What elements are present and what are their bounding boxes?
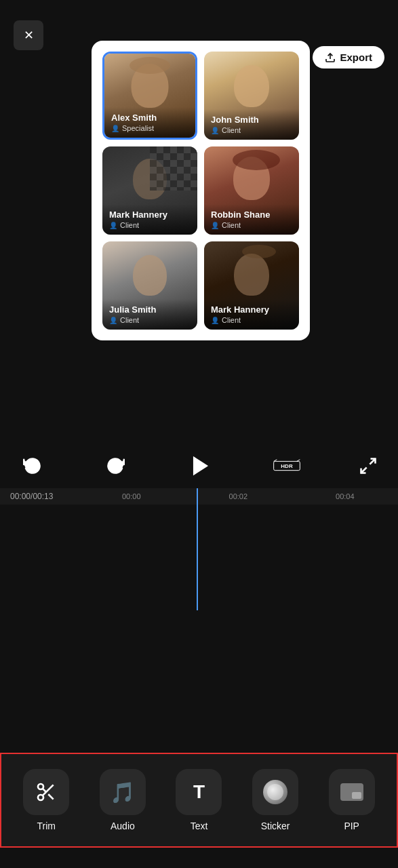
person-name-mark2: Mark Hannery	[211, 304, 292, 315]
person-name-mark: Mark Hannery	[109, 210, 191, 220]
export-label: Export	[340, 52, 372, 63]
export-button[interactable]: Export	[313, 46, 384, 68]
svg-point-14	[38, 795, 43, 800]
tool-audio-label: Audio	[111, 821, 135, 831]
person-role-icon: 👤	[111, 125, 119, 132]
sticker-icon	[267, 784, 283, 800]
undo-button[interactable]	[20, 454, 45, 478]
tool-audio[interactable]: 🎵 Audio	[89, 769, 157, 831]
timeline-bar: 00:00/00:13 00:00 00:02 00:04	[0, 488, 398, 505]
person-role-text-mark2: Client	[222, 316, 241, 324]
marker-0: 00:00	[122, 492, 141, 500]
person-info-julia: Julia Smith 👤 Client	[102, 299, 197, 330]
timeline-track: ⇅ Cover + Opening Add Music	[0, 505, 398, 572]
playhead	[197, 488, 198, 610]
tool-text[interactable]: T Text	[165, 769, 233, 831]
hdr-button[interactable]: HDR	[273, 456, 300, 475]
person-role-text-alex: Specialist	[122, 124, 154, 132]
text-icon: T	[193, 781, 205, 803]
person-info-alex: Alex Smith 👤 Specialist	[104, 107, 195, 138]
pip-icon	[340, 783, 363, 801]
sticker-icon-bg	[252, 769, 298, 815]
person-role-icon-julia: 👤	[109, 317, 117, 324]
audio-icon-bg: 🎵	[100, 769, 146, 815]
person-role-text-robbin: Client	[222, 221, 241, 229]
text-icon-bg: T	[176, 769, 222, 815]
person-role-icon-mark: 👤	[109, 222, 117, 229]
person-role-mark2: 👤 Client	[211, 316, 292, 324]
svg-point-13	[38, 784, 43, 789]
playback-controls: HDR	[0, 451, 398, 481]
person-role-robbin: 👤 Client	[211, 221, 292, 229]
person-panel: Alex Smith 👤 Specialist John Smith 👤 Cli…	[92, 41, 310, 340]
marker-1: 00:02	[229, 492, 248, 500]
person-card-robbin-shane[interactable]: Robbin Shane 👤 Client	[204, 146, 299, 235]
tool-pip[interactable]: PIP	[318, 769, 386, 831]
person-role-text-julia: Client	[120, 316, 139, 324]
marker-2: 00:04	[336, 492, 355, 500]
person-role-john: 👤 Client	[211, 126, 292, 134]
person-role-alex: 👤 Specialist	[111, 124, 188, 132]
person-grid: Alex Smith 👤 Specialist John Smith 👤 Cli…	[102, 52, 299, 330]
play-button[interactable]	[186, 451, 216, 481]
tool-sticker[interactable]: Sticker	[241, 769, 309, 831]
svg-line-16	[49, 794, 54, 799]
person-role-icon-robbin: 👤	[211, 222, 219, 229]
person-role-text-mark: Client	[120, 221, 139, 229]
person-info-mark2: Mark Hannery 👤 Client	[204, 299, 299, 330]
trim-icon-bg	[23, 769, 69, 815]
timeline-current: 00:00/00:13	[10, 492, 53, 501]
person-role-text-john: Client	[222, 126, 241, 134]
music-icon: 🎵	[110, 781, 135, 804]
tool-pip-label: PIP	[344, 821, 359, 831]
pip-icon-bg	[329, 769, 375, 815]
svg-marker-1	[193, 456, 207, 476]
svg-text:HDR: HDR	[281, 463, 294, 469]
bottom-toolbar: Trim 🎵 Audio T Text Sticker PIP	[0, 753, 398, 848]
person-role-mark: 👤 Client	[109, 221, 191, 229]
person-card-john-smith[interactable]: John Smith 👤 Client	[204, 52, 299, 140]
person-name-robbin: Robbin Shane	[211, 210, 292, 220]
person-name-julia: Julia Smith	[109, 304, 191, 315]
person-info-robbin: Robbin Shane 👤 Client	[204, 204, 299, 235]
person-info-john: John Smith 👤 Client	[204, 109, 299, 140]
tool-trim-label: Trim	[37, 821, 56, 831]
fullscreen-button[interactable]	[359, 456, 378, 475]
redo-button[interactable]	[103, 454, 127, 478]
person-info-mark: Mark Hannery 👤 Client	[102, 204, 197, 235]
person-role-icon-john: 👤	[211, 127, 219, 134]
person-card-julia-smith[interactable]: Julia Smith 👤 Client	[102, 241, 197, 330]
person-role-julia: 👤 Client	[109, 316, 191, 324]
export-icon	[325, 52, 336, 63]
person-card-mark-hannery-2[interactable]: Mark Hannery 👤 Client	[204, 241, 299, 330]
svg-line-17	[43, 789, 46, 792]
person-name-john: John Smith	[211, 115, 292, 125]
close-icon: ✕	[24, 28, 34, 43]
person-card-alex-smith[interactable]: Alex Smith 👤 Specialist	[102, 52, 197, 140]
tool-trim[interactable]: Trim	[12, 769, 80, 831]
close-button[interactable]: ✕	[14, 20, 43, 50]
tool-sticker-label: Sticker	[261, 821, 290, 831]
person-card-mark-hannery[interactable]: Mark Hannery 👤 Client	[102, 146, 197, 235]
scissors-icon	[35, 781, 57, 803]
person-name-alex: Alex Smith	[111, 113, 188, 123]
person-role-icon-mark2: 👤	[211, 317, 219, 324]
tool-text-label: Text	[191, 821, 208, 831]
